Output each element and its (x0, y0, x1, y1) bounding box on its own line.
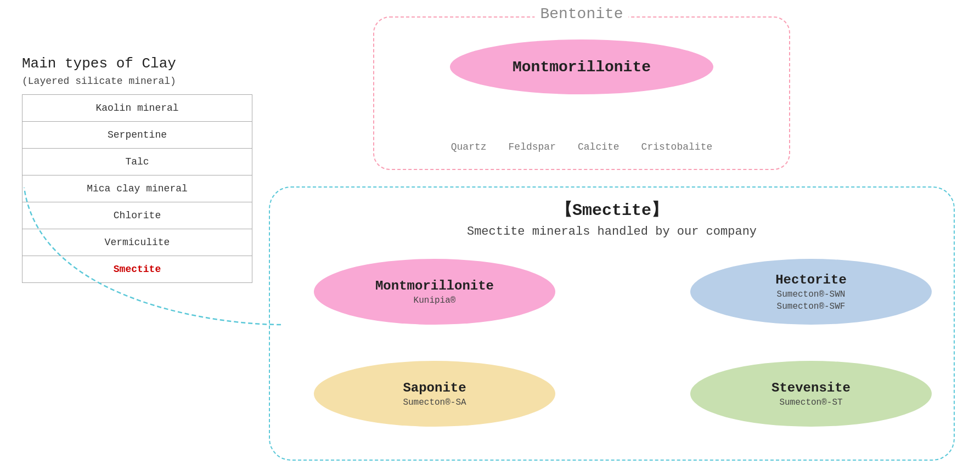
oval-montmorillonite: Montmorillonite Kunipia® (314, 259, 555, 325)
clay-type-cell: Talc (22, 148, 252, 175)
clay-type-cell: Kaolin mineral (22, 94, 252, 121)
clay-type-cell: Mica clay mineral (22, 175, 252, 202)
saponite-sub-label: Sumecton®-SA (403, 398, 466, 407)
clay-type-cell: Vermiculite (22, 229, 252, 256)
montmorillonite-label-bentonite: Montmorillonite (512, 59, 651, 76)
bentonite-box: Bentonite Montmorillonite QuartzFeldspar… (373, 16, 790, 170)
clay-type-cell: Chlorite (22, 202, 252, 229)
montmorillonite-oval-bentonite: Montmorillonite (450, 39, 713, 94)
main-subtitle: (Layered silicate mineral) (22, 76, 252, 87)
oval-hectorite: Hectorite Sumecton®-SWN Sumecton®-SWF (690, 259, 932, 325)
clay-type-cell: Smectite (22, 256, 252, 282)
smectite-subtitle: Smectite minerals handled by our company (270, 225, 954, 239)
saponite-main-label: Saponite (403, 381, 466, 395)
mineral-label: Quartz (451, 141, 487, 152)
oval-saponite: Saponite Sumecton®-SA (314, 361, 555, 427)
stevensite-sub-label: Sumecton®-ST (779, 398, 842, 407)
clay-types-table: Kaolin mineralSerpentineTalcMica clay mi… (22, 94, 252, 283)
mineral-label: Feldspar (509, 141, 556, 152)
minerals-row: QuartzFeldsparCalciteCristobalite (374, 141, 789, 152)
right-panel: Bentonite Montmorillonite QuartzFeldspar… (269, 11, 966, 472)
smectite-box: 【Smectite】 Smectite minerals handled by … (269, 186, 955, 461)
hectorite-main-label: Hectorite (775, 273, 847, 287)
page-container: Main types of Clay (Layered silicate min… (0, 0, 980, 476)
clay-type-cell: Serpentine (22, 121, 252, 148)
bentonite-label: Bentonite (534, 5, 628, 22)
hectorite-sub-label-1: Sumecton®-SWN (777, 290, 846, 299)
montmorillonite-main-label: Montmorillonite (375, 279, 494, 293)
left-panel: Main types of Clay (Layered silicate min… (22, 55, 252, 283)
mineral-label: Cristobalite (641, 141, 713, 152)
oval-stevensite: Stevensite Sumecton®-ST (690, 361, 932, 427)
mineral-label: Calcite (578, 141, 619, 152)
montmorillonite-sub-label: Kunipia® (414, 296, 456, 305)
main-title: Main types of Clay (22, 55, 252, 73)
stevensite-main-label: Stevensite (771, 381, 851, 395)
hectorite-sub-label-2: Sumecton®-SWF (777, 302, 846, 311)
smectite-title: 【Smectite】 (270, 199, 954, 221)
